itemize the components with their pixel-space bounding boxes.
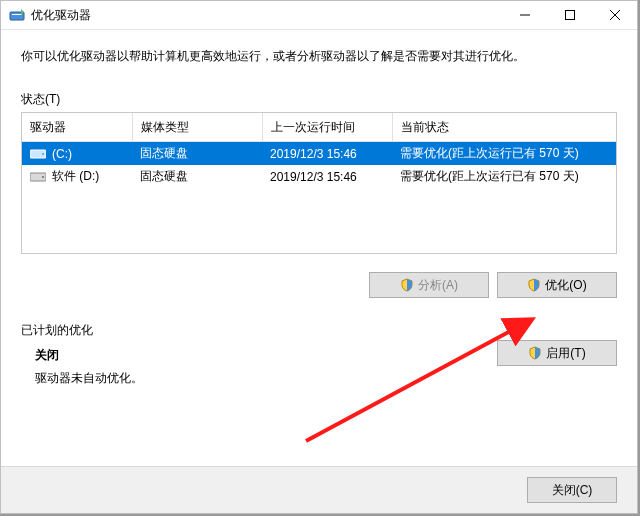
analyze-label: 分析(A) <box>418 277 458 294</box>
scheduled-heading: 已计划的优化 <box>21 322 497 339</box>
svg-rect-3 <box>565 11 574 20</box>
col-status[interactable]: 当前状态 <box>392 113 616 142</box>
drive-media: 固态硬盘 <box>132 165 262 188</box>
close-button[interactable] <box>592 1 637 29</box>
drive-icon <box>30 148 46 160</box>
status-label: 状态(T) <box>21 91 617 108</box>
shield-icon <box>400 278 414 292</box>
enable-button[interactable]: 启用(T) <box>497 340 617 366</box>
drive-status: 需要优化(距上次运行已有 570 天) <box>392 142 616 166</box>
analyze-button: 分析(A) <box>369 272 489 298</box>
scheduled-status: 关闭 <box>35 347 497 364</box>
col-drive[interactable]: 驱动器 <box>22 113 132 142</box>
drive-name: (C:) <box>52 147 72 161</box>
drive-last-run: 2019/12/3 15:46 <box>262 142 392 166</box>
drive-icon <box>30 171 46 183</box>
optimize-label: 优化(O) <box>545 277 586 294</box>
minimize-button[interactable] <box>502 1 547 29</box>
drive-last-run: 2019/12/3 15:46 <box>262 165 392 188</box>
drive-table: 驱动器 媒体类型 上一次运行时间 当前状态 (C:) <box>21 112 617 254</box>
shield-icon <box>527 278 541 292</box>
titlebar: 优化驱动器 <box>1 1 637 30</box>
maximize-button[interactable] <box>547 1 592 29</box>
col-media[interactable]: 媒体类型 <box>132 113 262 142</box>
table-row[interactable]: (C:) 固态硬盘 2019/12/3 15:46 需要优化(距上次运行已有 5… <box>22 142 616 166</box>
optimize-button[interactable]: 优化(O) <box>497 272 617 298</box>
scheduled-note: 驱动器未自动优化。 <box>35 370 497 387</box>
table-row[interactable]: 软件 (D:) 固态硬盘 2019/12/3 15:46 需要优化(距上次运行已… <box>22 165 616 188</box>
drive-name: 软件 (D:) <box>52 168 99 185</box>
app-icon <box>9 7 25 23</box>
table-header-row: 驱动器 媒体类型 上一次运行时间 当前状态 <box>22 113 616 142</box>
svg-point-9 <box>42 176 44 178</box>
close-label: 关闭(C) <box>552 482 593 499</box>
close-dialog-button[interactable]: 关闭(C) <box>527 477 617 503</box>
svg-rect-1 <box>12 14 22 15</box>
footer: 关闭(C) <box>1 466 637 513</box>
col-last-run[interactable]: 上一次运行时间 <box>262 113 392 142</box>
drive-media: 固态硬盘 <box>132 142 262 166</box>
enable-label: 启用(T) <box>546 345 585 362</box>
drive-status: 需要优化(距上次运行已有 570 天) <box>392 165 616 188</box>
shield-icon <box>528 346 542 360</box>
svg-point-7 <box>42 153 44 155</box>
window-title: 优化驱动器 <box>31 7 502 24</box>
description-text: 你可以优化驱动器以帮助计算机更高效地运行，或者分析驱动器以了解是否需要对其进行优… <box>21 48 617 65</box>
